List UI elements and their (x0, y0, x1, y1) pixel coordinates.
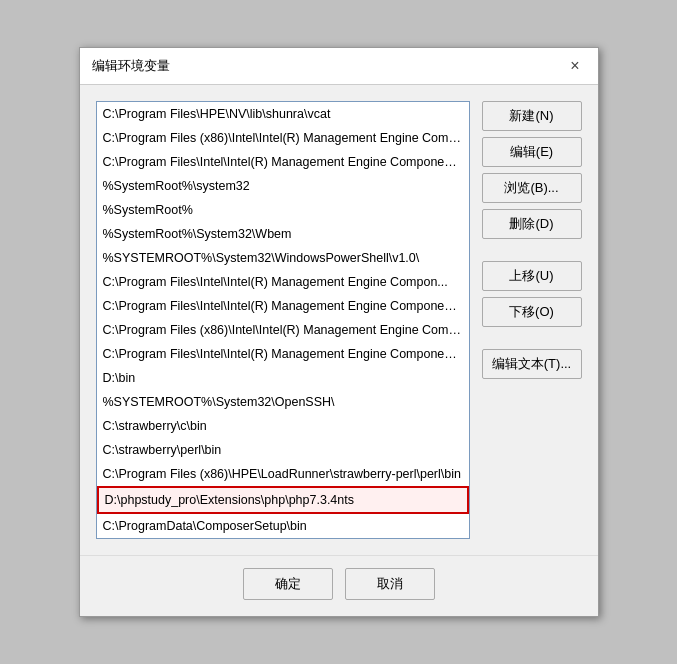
list-item[interactable]: C:\strawberry\perl\bin (97, 438, 469, 462)
list-item[interactable]: C:\Program Files\Intel\Intel(R) Manageme… (97, 294, 469, 318)
new-button[interactable]: 新建(N) (482, 101, 582, 131)
list-item[interactable]: %SystemRoot% (97, 198, 469, 222)
dialog-title: 编辑环境变量 (92, 57, 170, 75)
list-item[interactable]: %SystemRoot%\System32\Wbem (97, 222, 469, 246)
dialog-footer: 确定 取消 (80, 555, 598, 616)
delete-button[interactable]: 删除(D) (482, 209, 582, 239)
list-item[interactable]: C:\Program Files\HPE\NV\lib\shunra\vcat (97, 102, 469, 126)
dialog-body: C:\Program Files\HPE\NV\lib\shunra\vcatC… (80, 85, 598, 555)
ok-button[interactable]: 确定 (243, 568, 333, 600)
action-buttons: 新建(N) 编辑(E) 浏览(B)... 删除(D) 上移(U) 下移(O) 编… (482, 101, 582, 539)
list-item[interactable]: C:\Program Files (x86)\Intel\Intel(R) Ma… (97, 126, 469, 150)
list-item[interactable]: D:\bin (97, 366, 469, 390)
title-bar: 编辑环境变量 × (80, 48, 598, 85)
env-var-list[interactable]: C:\Program Files\HPE\NV\lib\shunra\vcatC… (96, 101, 470, 539)
edit-text-button[interactable]: 编辑文本(T)... (482, 349, 582, 379)
list-item[interactable]: %SystemRoot%\system32 (97, 174, 469, 198)
list-item[interactable]: %SYSTEMROOT%\System32\WindowsPowerShell\… (97, 246, 469, 270)
edit-env-var-dialog: 编辑环境变量 × C:\Program Files\HPE\NV\lib\shu… (79, 47, 599, 617)
list-item[interactable]: D:\phpstudy_pro\Extensions\php\php7.3.4n… (97, 486, 469, 514)
list-item[interactable]: C:\ProgramData\ComposerSetup\bin (97, 514, 469, 538)
move-up-button[interactable]: 上移(U) (482, 261, 582, 291)
list-item[interactable]: C:\Program Files (x86)\HPE\LoadRunner\st… (97, 462, 469, 486)
list-item[interactable]: %SYSTEMROOT%\System32\OpenSSH\ (97, 390, 469, 414)
list-item[interactable]: C:\Program Files\Intel\Intel(R) Manageme… (97, 150, 469, 174)
list-item[interactable]: C:\strawberry\c\bin (97, 414, 469, 438)
browse-button[interactable]: 浏览(B)... (482, 173, 582, 203)
cancel-button[interactable]: 取消 (345, 568, 435, 600)
list-item[interactable]: C:\Program Files (x86)\Intel\Intel(R) Ma… (97, 318, 469, 342)
move-down-button[interactable]: 下移(O) (482, 297, 582, 327)
list-item[interactable]: C:\Program Files\Intel\Intel(R) Manageme… (97, 342, 469, 366)
list-item[interactable]: C:\Program Files\Intel\Intel(R) Manageme… (97, 270, 469, 294)
close-button[interactable]: × (564, 56, 585, 76)
edit-button[interactable]: 编辑(E) (482, 137, 582, 167)
